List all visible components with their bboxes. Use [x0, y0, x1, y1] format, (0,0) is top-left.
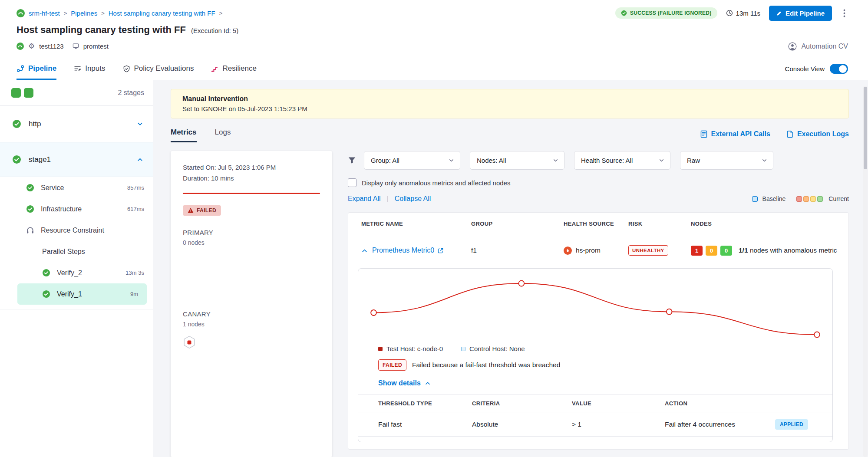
- nav-tabbar: Pipeline Inputs Policy Evaluations Resil…: [0, 58, 868, 80]
- test-host-swatch: [378, 347, 383, 351]
- chevron-down-icon[interactable]: [137, 121, 143, 127]
- col-risk: RISK: [628, 220, 691, 227]
- avatar-icon: [788, 42, 797, 51]
- metrics-table-card: METRIC NAME GROUP HEALTH SOURCE RISK NOD…: [348, 212, 849, 450]
- vertical-scrollbar[interactable]: [863, 86, 868, 457]
- more-options-icon[interactable]: [841, 8, 848, 18]
- sidebar-step-parallel-steps[interactable]: Parallel Steps: [0, 241, 153, 262]
- show-details-link[interactable]: Show details: [358, 379, 832, 387]
- test-host-legend: Test Host: c-node-0: [378, 345, 443, 352]
- data-view-select[interactable]: Raw: [680, 151, 773, 170]
- tab-pipeline[interactable]: Pipeline: [17, 58, 56, 80]
- breadcrumb-separator: >: [101, 10, 105, 16]
- expand-all-link[interactable]: Expand All: [348, 195, 381, 203]
- risk-green-swatch: [817, 196, 823, 202]
- inputs-icon: [74, 65, 81, 72]
- col-threshold-type: THRESHOLD TYPE: [378, 400, 472, 407]
- manual-intervention-banner: Manual Intervention Set to IGNORE on 05-…: [171, 89, 849, 118]
- nodes-cell: 1 0 0 1/1 nodes with anomalous metric: [691, 246, 848, 256]
- health-source-filter-select[interactable]: Health Source: All: [574, 151, 670, 170]
- step-details-panel: Manual Intervention Set to IGNORE on 05-…: [153, 80, 868, 457]
- primary-group: PRIMARY 0 nodes: [183, 229, 320, 246]
- chevron-up-icon[interactable]: [137, 156, 143, 163]
- links-divider: |: [387, 195, 389, 203]
- breadcrumb-pipeline-name[interactable]: Host sampling canary testing with FF: [109, 10, 215, 17]
- sidebar-stage-stage1[interactable]: stage1: [0, 142, 153, 177]
- tab-logs[interactable]: Logs: [215, 128, 231, 142]
- chart-container: [358, 276, 832, 342]
- edit-pipeline-button[interactable]: Edit Pipeline: [769, 6, 832, 21]
- stage1-steps: Service 857ms Infrastructure 617ms Resou…: [0, 177, 153, 309]
- execution-logs-link[interactable]: Execution Logs: [787, 130, 849, 138]
- external-api-calls-link[interactable]: External API Calls: [700, 130, 770, 138]
- failure-reason-text: Failed because a fail-fast threshold was…: [412, 361, 560, 369]
- warning-triangle-icon: [188, 207, 194, 213]
- baseline-legend-label: Baseline: [762, 195, 786, 202]
- col-value: VALUE: [572, 400, 665, 407]
- nav-tabs: Pipeline Inputs Policy Evaluations Resil…: [17, 58, 257, 80]
- service-environment: ⚙ test1123 promtest: [17, 42, 109, 51]
- app-window: srm-hf-test > Pipelines > Host sampling …: [0, 0, 868, 457]
- breadcrumb-project[interactable]: srm-hf-test: [29, 10, 60, 17]
- success-check-icon: [12, 119, 21, 128]
- unhealthy-node-count[interactable]: 1: [691, 246, 703, 256]
- collapse-all-link[interactable]: Collapse All: [395, 195, 431, 203]
- sidebar-stage-http[interactable]: http: [0, 106, 153, 142]
- breadcrumb-separator: >: [219, 10, 223, 16]
- title-row: Host sampling canary testing with FF (Ex…: [17, 24, 848, 36]
- col-criteria: CRITERIA: [472, 400, 572, 407]
- harness-logo-icon: [17, 9, 25, 17]
- sidebar-step-service[interactable]: Service 857ms: [0, 177, 153, 198]
- logs-document-icon: [787, 130, 793, 138]
- healthy-node-count[interactable]: 0: [720, 246, 732, 256]
- metric-name-link[interactable]: Prometheus Metric0: [372, 247, 443, 254]
- triggered-by: Automation CV: [788, 42, 848, 51]
- environment-name: promtest: [83, 43, 109, 50]
- group-filter-select[interactable]: Group: All: [364, 151, 460, 170]
- success-check-icon: [42, 290, 50, 298]
- canary-chart: [363, 276, 827, 342]
- sidebar-step-verify-1[interactable]: Verify_1 9m: [17, 283, 147, 305]
- control-host-legend: Control Host: None: [461, 345, 525, 352]
- risk-badge: UNHEALTHY: [628, 245, 668, 256]
- sidebar-step-resource-constraint[interactable]: Resource Constraint: [0, 220, 153, 241]
- current-legend-swatches: [796, 196, 825, 202]
- console-view-control: Console View: [785, 58, 848, 80]
- analysis-row: Started On: Jul 5, 2023 1:06 PM Duration…: [171, 151, 849, 457]
- scrollbar-thumb[interactable]: [864, 87, 867, 169]
- chevron-down-icon: [659, 158, 664, 163]
- sidebar-step-verify-2[interactable]: Verify_2 13m 3s: [0, 262, 153, 283]
- metrics-logs-tabs: Metrics Logs: [171, 128, 231, 142]
- tab-metrics[interactable]: Metrics: [171, 128, 197, 142]
- anomalous-filter-row: Display only anomalous metrics and affec…: [348, 178, 849, 187]
- resource-constraint-icon: [26, 226, 34, 234]
- applied-badge: APPLIED: [775, 419, 808, 430]
- pipeline-icon: [17, 65, 24, 72]
- content-area: 2 stages http stage1: [0, 80, 868, 457]
- canary-node-hexagon[interactable]: [183, 335, 320, 349]
- warning-node-count[interactable]: 0: [706, 246, 717, 256]
- console-view-toggle[interactable]: [830, 64, 848, 74]
- filter-icon[interactable]: [348, 156, 356, 164]
- elapsed-time: 13m 11s: [726, 10, 760, 17]
- collapse-row-chevron-up-icon[interactable]: [361, 247, 368, 254]
- anomalous-checkbox[interactable]: [348, 178, 356, 187]
- col-health-source: HEALTH SOURCE: [564, 220, 628, 227]
- environment-icon: [73, 43, 79, 49]
- metric-name-cell: Prometheus Metric0: [361, 247, 471, 254]
- tab-inputs[interactable]: Inputs: [74, 58, 105, 80]
- nodes-filter-select[interactable]: Nodes: All: [470, 151, 564, 170]
- breadcrumb-pipelines[interactable]: Pipelines: [71, 10, 97, 17]
- resilience-icon: [211, 65, 218, 72]
- service-name: test1123: [39, 43, 63, 50]
- metric-detail-box: Test Host: c-node-0 Control Host: None F…: [358, 268, 833, 442]
- breadcrumb-separator: >: [64, 10, 67, 16]
- clock-icon: [726, 10, 733, 16]
- tab-resilience[interactable]: Resilience: [211, 58, 256, 80]
- tab-policy-evaluations[interactable]: Policy Evaluations: [123, 58, 194, 80]
- metrics-table-header: METRIC NAME GROUP HEALTH SOURCE RISK NOD…: [348, 213, 848, 235]
- banner-title: Manual Intervention: [182, 95, 837, 103]
- success-check-icon: [12, 155, 21, 164]
- canary-group: CANARY 1 nodes: [183, 310, 320, 349]
- sidebar-step-infrastructure[interactable]: Infrastructure 617ms: [0, 198, 153, 220]
